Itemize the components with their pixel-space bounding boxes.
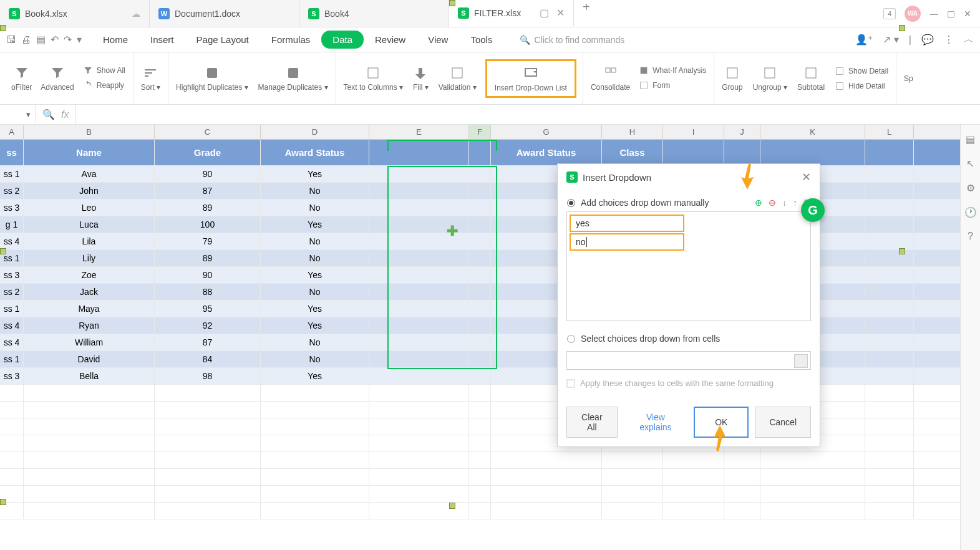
comment-icon[interactable]: 💬 — [921, 34, 934, 46]
cell[interactable] — [865, 334, 914, 351]
cell[interactable] — [602, 486, 663, 503]
cell[interactable] — [261, 503, 369, 519]
tab-page-layout[interactable]: Page Layout — [185, 31, 260, 49]
cell[interactable] — [914, 368, 963, 385]
autofilter-button[interactable]: oFilter — [10, 64, 33, 93]
col-header-J[interactable]: J — [724, 125, 760, 139]
cell[interactable] — [914, 166, 963, 183]
cell[interactable] — [369, 351, 469, 368]
close-icon[interactable]: ✕ — [556, 7, 565, 19]
cell[interactable] — [663, 452, 724, 469]
cell[interactable] — [663, 486, 724, 503]
col-header-I[interactable]: I — [663, 125, 724, 139]
cell[interactable] — [760, 452, 865, 469]
col-header-E[interactable]: E — [369, 125, 469, 139]
cell[interactable] — [369, 469, 469, 486]
cell[interactable]: Class — [602, 140, 663, 166]
qa-dropdown-icon[interactable]: ▾ — [77, 34, 82, 46]
group-button[interactable]: Group — [720, 64, 744, 93]
cell[interactable] — [469, 334, 491, 351]
cell[interactable] — [491, 469, 602, 486]
cell[interactable]: 88 — [155, 284, 261, 301]
cell[interactable] — [369, 284, 469, 301]
cell[interactable] — [865, 216, 914, 233]
advanced-button[interactable]: Advanced — [39, 64, 75, 93]
cell[interactable] — [914, 351, 963, 368]
col-header-L[interactable]: L — [865, 125, 914, 139]
cell[interactable] — [469, 486, 491, 503]
option-input-0[interactable]: yes — [570, 215, 684, 232]
cell[interactable]: Yes — [261, 166, 369, 183]
cell[interactable] — [760, 140, 865, 166]
cell[interactable]: ss 3 — [0, 200, 24, 216]
cell[interactable]: 89 — [155, 200, 261, 216]
cell[interactable]: ss — [0, 140, 24, 166]
cell[interactable] — [865, 233, 914, 250]
cell[interactable] — [369, 317, 469, 334]
cell[interactable] — [914, 503, 963, 519]
settings-icon[interactable]: ⚙ — [966, 182, 975, 194]
cell[interactable] — [865, 418, 914, 435]
form-button[interactable]: Form — [638, 79, 707, 92]
cell[interactable]: Jack — [24, 284, 155, 301]
cell[interactable] — [261, 418, 369, 435]
text-to-columns-button[interactable]: Text to Columns ▾ — [342, 64, 404, 93]
cell[interactable]: Yes — [261, 216, 369, 233]
cell[interactable] — [865, 250, 914, 267]
cell[interactable] — [914, 469, 963, 486]
cell[interactable]: Yes — [261, 368, 369, 385]
close-button[interactable]: ✕ — [964, 9, 971, 19]
cell[interactable] — [469, 452, 491, 469]
col-header-F[interactable]: F — [469, 125, 491, 139]
cell[interactable]: ss 4 — [0, 334, 24, 351]
reapply-button[interactable]: Reapply — [82, 79, 127, 92]
cell[interactable] — [914, 183, 963, 200]
cell[interactable] — [155, 486, 261, 503]
redo-icon[interactable]: ↷ — [64, 34, 72, 46]
cell[interactable] — [469, 233, 491, 250]
cell[interactable] — [469, 166, 491, 183]
cell[interactable]: ss 1 — [0, 301, 24, 317]
cell[interactable] — [469, 368, 491, 385]
tab-view[interactable]: View — [417, 31, 459, 49]
cell[interactable] — [914, 301, 963, 317]
cell[interactable]: ss 2 — [0, 284, 24, 301]
cell[interactable]: No — [261, 334, 369, 351]
doc-tab-1[interactable]: W Document1.docx — [150, 0, 299, 27]
cell[interactable] — [469, 385, 491, 402]
cell[interactable] — [865, 402, 914, 418]
cell[interactable]: Award Status — [261, 140, 369, 166]
col-header-A[interactable]: A — [0, 125, 24, 139]
move-up-icon[interactable]: ↑ — [793, 198, 797, 208]
cell[interactable]: Ryan — [24, 317, 155, 334]
cell[interactable] — [914, 385, 963, 402]
cell[interactable] — [0, 402, 24, 418]
cell[interactable] — [24, 435, 155, 452]
cell[interactable] — [724, 452, 760, 469]
cell[interactable]: 87 — [155, 334, 261, 351]
cell[interactable]: ss 4 — [0, 233, 24, 250]
cell[interactable] — [914, 250, 963, 267]
cell[interactable] — [469, 216, 491, 233]
ungroup-button[interactable]: Ungroup ▾ — [752, 64, 788, 93]
cell[interactable]: No — [261, 250, 369, 267]
print-icon[interactable]: 🖨 — [21, 34, 31, 46]
cell[interactable] — [469, 183, 491, 200]
cell[interactable] — [369, 435, 469, 452]
col-header-H[interactable]: H — [602, 125, 663, 139]
cell[interactable] — [602, 452, 663, 469]
cell[interactable]: Lila — [24, 233, 155, 250]
clear-all-button[interactable]: Clear All — [566, 407, 618, 438]
cell[interactable] — [369, 250, 469, 267]
col-header-G[interactable]: G — [491, 125, 602, 139]
view-explains-link[interactable]: View explains — [624, 407, 687, 438]
panel-icon[interactable]: ▤ — [966, 133, 975, 145]
cell[interactable]: Maya — [24, 301, 155, 317]
manage-duplicates-button[interactable]: Manage Duplicates ▾ — [257, 64, 329, 93]
cell[interactable]: 90 — [155, 166, 261, 183]
cell[interactable] — [469, 418, 491, 435]
cell[interactable]: Luca — [24, 216, 155, 233]
option-input-1[interactable]: no — [570, 233, 684, 251]
save-icon[interactable]: 🖫 — [6, 34, 16, 46]
cell[interactable] — [24, 503, 155, 519]
